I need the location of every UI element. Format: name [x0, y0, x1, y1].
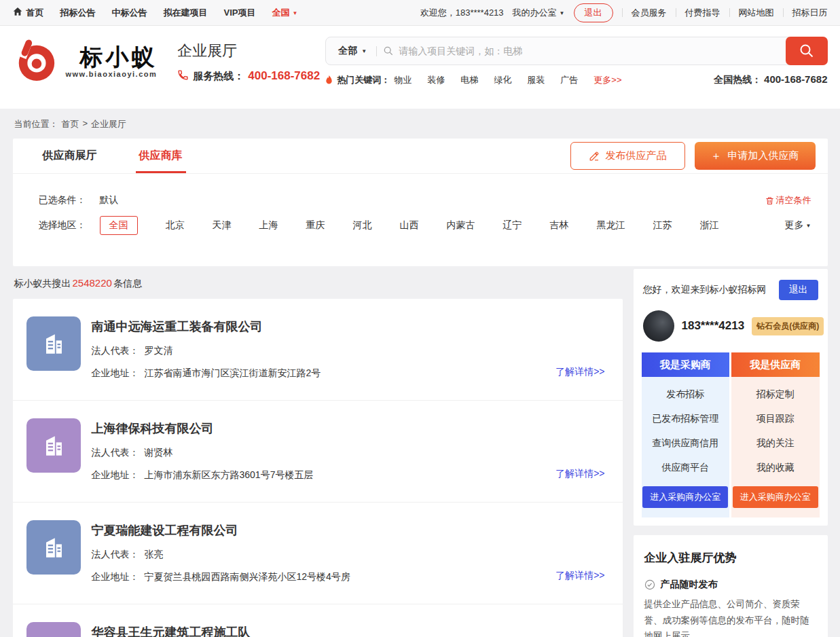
tab-i-am-supplier[interactable]: 我是供应商	[731, 352, 820, 377]
buyer-menu-item[interactable]: 发布招标	[642, 382, 730, 407]
supplier-panel: 供应商展厅 供应商库 发布供应产品 ＋ 申请加入供应商 已选条件： 默认	[13, 139, 828, 266]
link-tender-calendar[interactable]: 招标日历	[792, 7, 828, 19]
region-option[interactable]: 重庆	[306, 219, 325, 232]
tab-supplier-library[interactable]: 供应商库	[135, 139, 187, 173]
hot-keyword[interactable]: 绿化	[494, 74, 511, 86]
page-title: 企业展厅	[177, 41, 325, 61]
hot-keyword[interactable]: 广告	[560, 74, 578, 86]
region-option[interactable]: 浙江	[700, 219, 719, 232]
divider	[622, 8, 623, 17]
search-button[interactable]	[786, 37, 828, 65]
breadcrumb-home[interactable]: 首页	[62, 118, 79, 130]
sidebar-welcome-text: 您好，欢迎来到标小蚁招标网	[643, 284, 767, 296]
link-member-services[interactable]: 会员服务	[632, 7, 667, 19]
view-details-link[interactable]: 了解详情>>	[555, 570, 604, 582]
company-name[interactable]: 宁夏瑞能建设工程有限公司	[92, 522, 606, 539]
divider	[676, 8, 676, 17]
region-option[interactable]: 上海	[259, 219, 278, 232]
region-option[interactable]: 黑龙江	[597, 219, 625, 232]
region-option[interactable]: 山西	[400, 219, 419, 232]
nav-proposed-projects[interactable]: 拟在建项目	[164, 7, 208, 19]
search-input[interactable]	[393, 46, 785, 56]
divider	[729, 8, 730, 17]
breadcrumb-separator: >	[83, 118, 88, 130]
tab-supplier-showroom[interactable]: 供应商展厅	[39, 139, 101, 173]
divider	[376, 46, 377, 56]
building-icon	[26, 418, 81, 473]
enter-supplier-office-button[interactable]: 进入采购商办公室	[733, 486, 818, 508]
supplier-menu-item[interactable]: 项目跟踪	[731, 407, 820, 431]
supplier-menu-item[interactable]: 我的收藏	[731, 456, 820, 480]
breadcrumb-label: 当前位置：	[14, 118, 58, 130]
building-icon	[26, 520, 81, 575]
brand-name: 标小蚁	[79, 45, 157, 70]
hot-keyword[interactable]: 电梯	[460, 74, 478, 86]
hot-keyword[interactable]: 服装	[527, 74, 545, 86]
buyer-menu-item[interactable]: 查询供应商信用	[642, 431, 730, 456]
hot-keywords-label: 热门关键词：	[337, 74, 390, 86]
region-option[interactable]: 辽宁	[503, 219, 522, 232]
company-name[interactable]: 华容县王生元建筑工程施工队	[92, 624, 606, 637]
chevron-down-icon: ▼	[806, 223, 811, 229]
sidebar-logout-button[interactable]: 退出	[779, 280, 818, 300]
hotline-number: 400-168-7682	[248, 69, 320, 83]
topbar-region-selector[interactable]: 全国 ▼	[272, 7, 297, 19]
enter-buyer-office-button[interactable]: 进入采购商办公室	[642, 486, 728, 508]
region-option-selected[interactable]: 全国	[100, 216, 138, 235]
membership-badge: 钻石会员(供应商)	[752, 317, 824, 335]
hot-keywords-more-link[interactable]: 更多>>	[594, 74, 621, 86]
legal-rep-label: 法人代表：	[92, 447, 139, 458]
region-option[interactable]: 江苏	[653, 219, 672, 232]
check-circle-icon	[644, 579, 655, 590]
view-details-link[interactable]: 了解详情>>	[555, 366, 604, 378]
pencil-icon	[589, 151, 600, 162]
nav-tender-announcements[interactable]: 招标公告	[60, 7, 96, 19]
search-category-dropdown[interactable]: 全部 ▼	[326, 45, 376, 57]
breadcrumb-current: 企业展厅	[91, 118, 126, 130]
company-name[interactable]: 上海律保科技有限公司	[92, 420, 606, 437]
link-payment-guide[interactable]: 付费指导	[685, 7, 720, 19]
breadcrumb: 当前位置： 首页 > 企业展厅	[13, 109, 828, 139]
legal-rep-value: 张亮	[145, 549, 164, 560]
logout-button[interactable]: 退出	[574, 3, 613, 22]
results-summary: 标小蚁共搜出2548220条信息	[13, 269, 623, 299]
apply-join-supplier-button[interactable]: ＋ 申请加入供应商	[695, 142, 816, 170]
view-details-link[interactable]: 了解详情>>	[555, 468, 604, 480]
region-option[interactable]: 北京	[166, 219, 185, 232]
buyer-menu-item[interactable]: 已发布招标管理	[642, 407, 730, 431]
hot-keyword[interactable]: 物业	[394, 74, 412, 86]
chevron-down-icon: ▼	[292, 11, 297, 16]
nav-home-label: 首页	[26, 7, 44, 19]
region-option[interactable]: 天津	[213, 219, 232, 232]
legal-rep-value: 罗文清	[145, 345, 173, 356]
buyer-panel: 我是采购商 发布招标 已发布招标管理 查询供应商信用 供应商平台 进入采购商办公…	[642, 352, 730, 517]
publish-supply-product-button[interactable]: 发布供应产品	[570, 142, 685, 170]
nav-home[interactable]: 首页	[13, 7, 44, 19]
header: 标小蚁 www.biaoxiaoyi.com 企业展厅 服务热线： 400-16…	[0, 26, 840, 109]
flame-icon	[325, 75, 333, 85]
benefit-item: 产品随时发布 提供企业产品信息、公司简介、资质荣誉、成功案例等信息的发布平台，随…	[644, 579, 817, 637]
region-option[interactable]: 内蒙古	[447, 219, 475, 232]
company-list-item: 宁夏瑞能建设工程有限公司 法人代表：张亮 企业地址：宁夏贺兰县桃园西路南侧兴泽苑…	[13, 502, 623, 604]
link-sitemap[interactable]: 网站地图	[739, 7, 774, 19]
region-option[interactable]: 河北	[353, 219, 372, 232]
logo[interactable]: 标小蚁 www.biaoxiaoyi.com	[13, 37, 158, 86]
nav-winning-announcements[interactable]: 中标公告	[112, 7, 147, 19]
tab-i-am-buyer[interactable]: 我是采购商	[642, 352, 730, 377]
search-icon	[384, 46, 393, 56]
selected-conditions-value: 默认	[100, 194, 119, 206]
my-office-menu[interactable]: 我的办公室 ▼	[513, 7, 565, 19]
supplier-menu-item[interactable]: 招标定制	[731, 382, 820, 407]
supplier-panel-side: 我是供应商 招标定制 项目跟踪 我的关注 我的收藏 进入采购商办公室	[731, 352, 820, 517]
company-name[interactable]: 南通中远海运重工装备有限公司	[92, 318, 606, 335]
results-count: 2548220	[73, 277, 112, 289]
avatar	[643, 310, 674, 342]
region-option[interactable]: 吉林	[550, 219, 569, 232]
nav-vip-projects[interactable]: VIP项目	[224, 7, 256, 19]
region-more-button[interactable]: 更多 ▼	[785, 219, 811, 232]
supplier-menu-item[interactable]: 我的关注	[731, 431, 820, 456]
region-filter-label: 选择地区：	[39, 219, 100, 232]
buyer-menu-item[interactable]: 供应商平台	[642, 456, 730, 480]
clear-conditions-button[interactable]: 清空条件	[765, 194, 811, 206]
hot-keyword[interactable]: 装修	[427, 74, 445, 86]
